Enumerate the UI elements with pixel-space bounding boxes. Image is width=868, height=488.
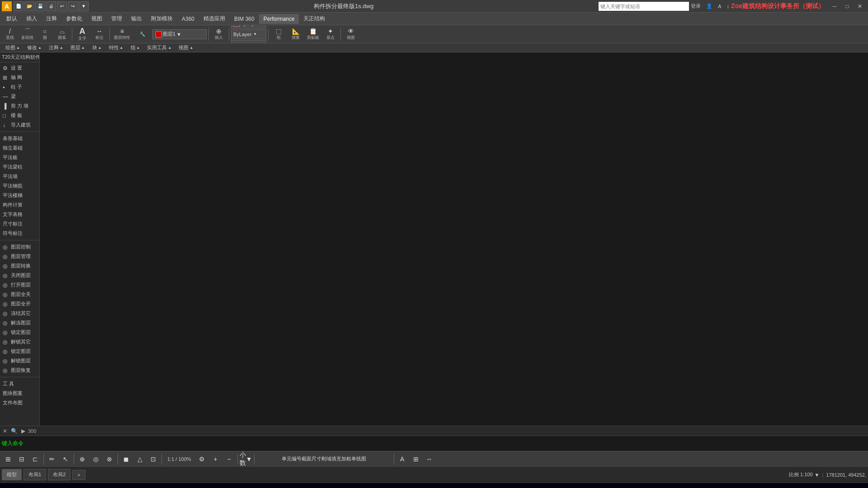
- taskbar-word-app[interactable]: W: [58, 485, 70, 488]
- menu-item-9[interactable]: 精选应用: [199, 13, 230, 24]
- sidebar-item-slab[interactable]: □ 楼 板: [1, 111, 38, 120]
- 3d-btn[interactable]: ◼: [120, 453, 132, 465]
- label-annotate[interactable]: 注释 ▲: [45, 44, 67, 51]
- sidebar-item-open-layer[interactable]: ◎ 打开图层: [1, 280, 38, 290]
- precision-select-btn[interactable]: 小数 ▼: [240, 453, 252, 465]
- taskbar-explorer-app[interactable]: 📁: [72, 485, 86, 488]
- open-btn[interactable]: 📂: [24, 1, 34, 11]
- sidebar-item-layer-ctrl[interactable]: ◎ 图层控制: [1, 242, 38, 252]
- icon-b[interactable]: ⊞: [410, 453, 422, 465]
- sidebar-item-freeze-others[interactable]: ◎ 冻结其它: [1, 309, 38, 318]
- measure-btn[interactable]: 📐 测量: [288, 27, 304, 42]
- bylayer-dropdown-3[interactable]: ByLayer ▼: [231, 40, 266, 44]
- bylayer-dropdown-1[interactable]: ByLayer ▼: [231, 25, 266, 28]
- layer-selector[interactable]: 图层1 ▼: [152, 29, 207, 39]
- insert-btn[interactable]: ⊕ 插入: [211, 27, 227, 42]
- sidebar-item-flat-wall[interactable]: 平法墙: [1, 172, 38, 181]
- scale-settings-btn[interactable]: ⚙: [196, 453, 208, 465]
- sidebar-item-tools[interactable]: 工 具: [1, 379, 38, 389]
- menu-item-1[interactable]: 插入: [22, 13, 42, 24]
- otrack-btn[interactable]: ⊗: [103, 453, 116, 465]
- close-btn[interactable]: ✕: [854, 0, 866, 13]
- sidebar-item-grid[interactable]: ⊞ 轴 网: [1, 73, 38, 82]
- draw-mode-btn[interactable]: ✏: [46, 453, 58, 465]
- ucs-btn[interactable]: ⊡: [147, 453, 160, 465]
- label-modify[interactable]: 修改 ▲: [24, 44, 45, 51]
- grid-toggle-btn[interactable]: ⊞: [2, 453, 14, 465]
- undo-btn[interactable]: ↩: [57, 1, 67, 11]
- sidebar-item-layer-restore[interactable]: ◎ 图层恢复: [1, 366, 38, 375]
- select-btn[interactable]: ↖: [59, 453, 72, 465]
- icon3[interactable]: ↕: [725, 4, 731, 9]
- layer-match-btn[interactable]: 🔧: [134, 27, 151, 42]
- sidebar-item-unfreeze[interactable]: ◎ 解冻图层: [1, 318, 38, 328]
- login-btn[interactable]: 登录: [689, 3, 703, 9]
- menu-item-2[interactable]: 注释: [42, 13, 61, 24]
- view-btn[interactable]: 👁 视图: [343, 27, 359, 42]
- sidebar-item-strip-found[interactable]: 条形基础: [1, 134, 38, 143]
- cmd-arrow-btn[interactable]: ▶: [20, 428, 26, 434]
- sidebar-item-text-table[interactable]: 文字表格: [1, 210, 38, 219]
- menu-item-6[interactable]: 输出: [127, 13, 146, 24]
- menu-item-8[interactable]: A360: [177, 14, 199, 24]
- sidebar-item-shear-wall[interactable]: ▐ 剪 力 墙: [1, 101, 38, 111]
- sidebar-item-block-pattern[interactable]: 图块图案: [1, 389, 38, 398]
- arc-tool-btn[interactable]: ⌓ 圆弧: [54, 27, 70, 42]
- more-btn[interactable]: ▼: [79, 1, 89, 11]
- group-btn[interactable]: ⬚ 组: [270, 27, 287, 42]
- menu-item-10[interactable]: BIM 360: [230, 14, 259, 24]
- sidebar-item-ind-found[interactable]: 独立基础: [1, 143, 38, 153]
- sidebar-item-flat-slab[interactable]: 平法板: [1, 153, 38, 162]
- text-btn[interactable]: A 文字: [74, 27, 90, 42]
- icon2[interactable]: A: [716, 4, 723, 9]
- menu-item-0[interactable]: 默认: [2, 13, 22, 24]
- ortho-btn[interactable]: ⊏: [29, 453, 42, 465]
- polar-btn[interactable]: ⊕: [76, 453, 89, 465]
- menu-item-11[interactable]: Performance: [259, 14, 299, 24]
- menu-item-5[interactable]: 管理: [107, 13, 127, 24]
- taskbar-cortana-btn[interactable]: ⊙: [40, 484, 56, 488]
- cmd-input-field[interactable]: [25, 441, 866, 447]
- sidebar-item-settings[interactable]: ⚙ 设 置: [1, 63, 38, 73]
- sidebar-item-dim-note[interactable]: 尺寸标注: [1, 219, 38, 229]
- sidebar-item-layer-all-close[interactable]: ◎ 图层全关: [1, 290, 38, 299]
- sidebar-item-flat-rebar[interactable]: 平法钢筋: [1, 181, 38, 191]
- circle-tool-btn[interactable]: ○ 圆: [37, 27, 53, 42]
- label-view[interactable]: 视图 ▲: [175, 44, 197, 51]
- start-button[interactable]: ⊞: [4, 484, 20, 488]
- sidebar-item-unlock[interactable]: ◎ 解锁图层: [1, 356, 38, 366]
- label-utils[interactable]: 实用工具 ▲: [143, 44, 175, 51]
- sidebar-item-layer-conv[interactable]: ◎ 图层转换: [1, 261, 38, 271]
- label-property[interactable]: 特性 ▲: [105, 44, 127, 51]
- label-group[interactable]: 组 ▲: [127, 44, 144, 51]
- bylayer-dropdown-2[interactable]: ByLayer ▼: [231, 29, 266, 39]
- sidebar-item-layer-all-open[interactable]: ◎ 图层全开: [1, 299, 38, 309]
- add-tab-btn[interactable]: +: [72, 470, 85, 480]
- maximize-btn[interactable]: □: [841, 0, 854, 13]
- search-input[interactable]: [599, 2, 689, 11]
- menu-item-3[interactable]: 参数化: [61, 13, 87, 24]
- sidebar-item-beam[interactable]: — 梁: [1, 92, 38, 101]
- sidebar-item-close-layer[interactable]: ◎ 关闭图层: [1, 271, 38, 280]
- clipboard-btn[interactable]: 📋 剪贴板: [305, 27, 321, 42]
- new-btn[interactable]: 📄: [14, 1, 24, 11]
- icon1[interactable]: 👤: [704, 3, 714, 9]
- sidebar-item-lock-layer[interactable]: ◎ 锁定图层: [1, 328, 38, 337]
- menu-item-4[interactable]: 视图: [87, 13, 107, 24]
- sidebar-item-flat-stair[interactable]: 平法楼梯: [1, 191, 38, 200]
- cmd-search-btn[interactable]: 🔍: [10, 428, 19, 434]
- minimize-btn[interactable]: ─: [828, 0, 841, 13]
- save-btn[interactable]: 💾: [35, 1, 45, 11]
- sidebar-item-column[interactable]: ▪ 柱 子: [1, 82, 38, 92]
- tab-model[interactable]: 模型: [2, 469, 22, 480]
- icon-c[interactable]: ↔: [423, 453, 436, 465]
- wire-btn[interactable]: △: [133, 453, 146, 465]
- sidebar-item-sym-note[interactable]: 符号标注: [1, 229, 38, 238]
- sidebar-item-file-layout[interactable]: 文件布图: [1, 398, 38, 408]
- sidebar-item-flat-beam-col[interactable]: 平法梁柱: [1, 162, 38, 172]
- redo-btn[interactable]: ↪: [68, 1, 78, 11]
- sidebar-item-import-arch[interactable]: ↓ 导入建筑: [1, 120, 38, 130]
- menu-item-7[interactable]: 附加模块: [146, 13, 177, 24]
- sidebar-item-layer-mgr[interactable]: ◎ 图层管理: [1, 252, 38, 261]
- zoom-minus-btn[interactable]: −: [223, 453, 236, 465]
